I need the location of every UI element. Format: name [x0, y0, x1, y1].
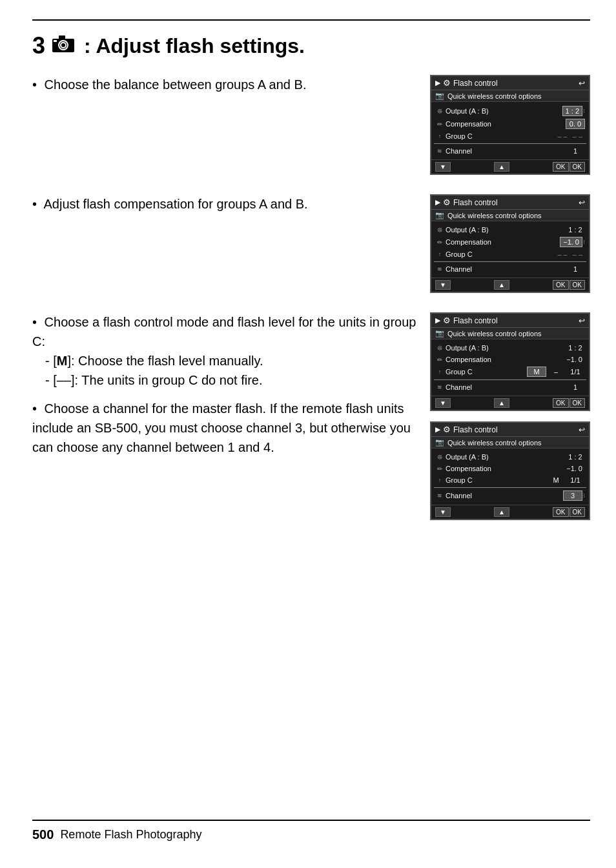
screen-body-4: ❊ Output (A : B) 1 : 2 ✏ Compensation −1… [431, 449, 589, 505]
comp-icon-4: ✏ [435, 465, 444, 472]
screen-body-3: ❊ Output (A : B) 1 : 2 ✏ Compensation −1… [431, 339, 589, 396]
groupc-label-4: Group C [444, 476, 546, 484]
groupc-ratio-4: 1/1 [566, 476, 585, 485]
ok-btn-2b[interactable]: OK [570, 280, 585, 290]
comp-label-2: Compensation [444, 238, 560, 246]
screen-row2-4: 📷 Quick wireless control options [431, 437, 589, 449]
screen-title-4: Flash control [453, 425, 579, 434]
down-btn-3[interactable]: ▼ [435, 398, 451, 408]
channel-row-1: ≋ Channel 1 [434, 145, 586, 157]
sub-bullet-3a: - [M]: Choose the flash level manually. [45, 351, 417, 370]
back-icon-4: ↩ [579, 425, 585, 434]
groupc-val-m-3: M [527, 367, 546, 377]
comp-value-3: −1. 0 [564, 355, 585, 364]
screen-title-2: Flash control [453, 198, 579, 207]
channel-icon-3: ≋ [435, 384, 444, 390]
camera-small-icon-1: 📷 [435, 92, 444, 100]
section-2-content: Adjust flash compensation for groups A a… [43, 197, 307, 211]
down-btn-4[interactable]: ▼ [435, 507, 451, 517]
comp-icon-1: ✏ [435, 121, 444, 128]
screen-body-2: ❊ Output (A : B) 1 : 2 ✏ Compensation −1… [431, 221, 589, 278]
groupc-row-4: ↑ Group C M 1/1 [434, 474, 586, 486]
down-btn-2[interactable]: ▼ [435, 280, 451, 290]
footer-label: Remote Flash Photography [60, 828, 201, 842]
screen-panel-1: ▶ ⚙ Flash control ↩ 📷 Quick wireless con… [430, 75, 590, 175]
ok-btn-3b[interactable]: OK [570, 398, 585, 408]
groupc-icon-2: ↑ [435, 251, 444, 257]
comp-row-2: ✏ Compensation −1. 0 ⁝ [434, 236, 586, 248]
groupc-label-3: Group C [444, 368, 527, 376]
ok-btn-4a[interactable]: OK [553, 507, 568, 517]
output-row-1: ❊ Output (A : B) 1 : 2 ⁝ [434, 105, 586, 117]
camera-small-icon-2: 📷 [435, 211, 444, 219]
bullet-3: • [32, 312, 37, 332]
output-value-4: 1 : 2 [566, 452, 585, 461]
svg-rect-4 [54, 40, 57, 42]
gear-icon-1: ⚙ [443, 78, 451, 88]
gear-icon-2: ⚙ [443, 197, 451, 207]
camera-small-icon-3: 📷 [435, 329, 444, 338]
groupc-dash-3: – [546, 367, 566, 376]
groupc-row-1: ↑ Group C – – – – [434, 130, 586, 142]
channel-label-4: Channel [444, 492, 563, 500]
channel-value-2: 1 [566, 265, 585, 274]
output-label-2: Output (A : B) [444, 226, 566, 234]
ok-btn-1a[interactable]: OK [553, 162, 568, 172]
screen-row2-1: 📷 Quick wireless control options [431, 90, 589, 102]
section-1: • Choose the balance between groups A an… [32, 75, 590, 175]
comp-label-3: Compensation [444, 356, 564, 363]
groupc-val1-2: – – [555, 250, 570, 259]
section-2: • Adjust flash compensation for groups A… [32, 194, 590, 293]
channel-row-3: ≋ Channel 1 [434, 381, 586, 393]
ok-btn-2a[interactable]: OK [553, 280, 568, 290]
comp-arrows-2: ⁝ [583, 239, 585, 245]
up-btn-1[interactable]: ▲ [494, 162, 509, 172]
output-value-2: 1 : 2 [566, 225, 585, 234]
screen-panel-3: ▶ ⚙ Flash control ↩ 📷 Quick wireless con… [430, 312, 590, 411]
screen-row2-3: 📷 Quick wireless control options [431, 328, 589, 339]
ok-btn-1b[interactable]: OK [570, 162, 585, 172]
channel-icon-2: ≋ [435, 266, 444, 272]
output-value-1: 1 : 2 [562, 106, 582, 116]
channel-label-3: Channel [444, 383, 566, 391]
up-btn-2[interactable]: ▲ [494, 280, 509, 290]
screen-header-icons-4: ▶ ⚙ [435, 425, 451, 434]
channel-arrows-4: ⁝ [583, 492, 585, 499]
play-icon-2: ▶ [435, 198, 440, 207]
output-value-3: 1 : 2 [566, 343, 585, 352]
screen-header-4: ▶ ⚙ Flash control ↩ [431, 423, 589, 437]
bullet-2: • [32, 194, 37, 214]
ok-group-4: OK OK [553, 507, 585, 517]
comp-row-1: ✏ Compensation 0. 0 [434, 117, 586, 130]
ok-btn-4b[interactable]: OK [570, 507, 585, 517]
up-btn-4[interactable]: ▲ [494, 507, 509, 517]
play-icon-4: ▶ [435, 425, 440, 434]
output-arrows-1: ⁝ [583, 108, 585, 114]
channel-icon-1: ≋ [435, 148, 444, 154]
up-btn-3[interactable]: ▲ [494, 398, 509, 408]
bullet-1: • [32, 75, 37, 94]
channel-label-1: Channel [444, 147, 566, 155]
svg-rect-3 [59, 35, 65, 39]
groupc-val2-2: – – [570, 250, 585, 259]
screen-header-3: ▶ ⚙ Flash control ↩ [431, 314, 589, 328]
screen-header-icons-3: ▶ ⚙ [435, 316, 451, 325]
screen-footer-3: ▼ ▲ OK OK [431, 396, 589, 410]
output-row-3: ❊ Output (A : B) 1 : 2 [434, 342, 586, 354]
groupc-val-m-4: M [546, 476, 566, 485]
page-footer: 500 Remote Flash Photography [32, 820, 590, 842]
bullet-4: • [32, 399, 37, 418]
gear-icon-4: ⚙ [443, 425, 451, 434]
ok-group-1: OK OK [553, 162, 585, 172]
back-icon-1: ↩ [579, 79, 585, 88]
screen-subtitle-2: Quick wireless control options [447, 212, 542, 219]
channel-value-4: 3 [563, 490, 582, 501]
groupc-row-3: ↑ Group C M – 1/1 [434, 365, 586, 378]
comp-icon-2: ✏ [435, 239, 444, 246]
comp-icon-3: ✏ [435, 356, 444, 363]
ok-btn-3a[interactable]: OK [553, 398, 568, 408]
screen-header-icons-2: ▶ ⚙ [435, 197, 451, 207]
down-btn-1[interactable]: ▼ [435, 162, 451, 172]
screen-subtitle-1: Quick wireless control options [447, 92, 542, 100]
groupc-icon-1: ↑ [435, 133, 444, 139]
